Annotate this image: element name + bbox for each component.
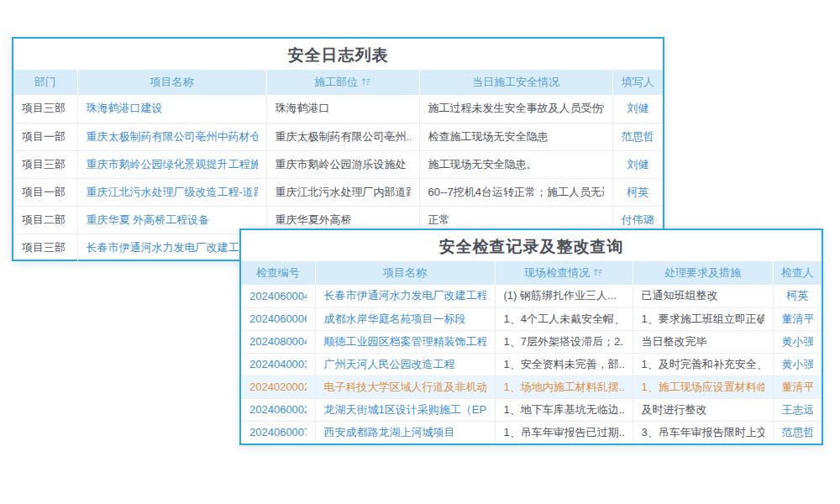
site-check-finding-cell: 1、7层外架搭设滞后；2... xyxy=(504,334,624,349)
table-cell: 1、安全资料未完善，部... xyxy=(495,353,633,375)
table-row[interactable]: 2024080004顺德工业园区档案管理精装饰工程（一标段1、7层外架搭设滞后；… xyxy=(241,330,822,353)
project-name-link[interactable]: 广州天河人民公园改造工程 xyxy=(324,357,486,372)
table-cell: 重庆华夏 外高桥工程设备 xyxy=(77,206,266,234)
table-cell: 1、吊车年审报告已过期... xyxy=(495,421,633,444)
safety-status-cell: 施工现场无安全隐患。 xyxy=(428,157,604,172)
required-action-cell: 3、吊车年审报告限时上交。 xyxy=(642,425,764,440)
table-cell: 已通知班组整改 xyxy=(633,285,773,307)
site-check-finding-cell: 1、地下车库基坑无临边... xyxy=(504,402,624,417)
table-cell: 1、及时完善和补充安全、质... xyxy=(633,353,773,375)
column-header-2: 项目名称 xyxy=(77,70,266,95)
site-check-finding-cell: 1、4个工人未戴安全帽、... xyxy=(504,312,624,327)
table-cell: 长春市伊通河水力发电厂改建工程 xyxy=(77,234,266,261)
column-header-label: 项目名称 xyxy=(383,266,427,279)
safety-log-title: 安全日志列表 xyxy=(13,39,663,70)
inspection-id-link[interactable]: 2024060006 xyxy=(249,312,307,325)
project-name-link[interactable]: 长春市伊通河水力发电厂改建工程 xyxy=(87,240,258,255)
table-cell: 1、4个工人未戴安全帽、... xyxy=(495,307,633,330)
table-row[interactable]: 项目一部重庆太极制药有限公司亳州中药材仓...重庆太极制药有限公司亳州...检查… xyxy=(13,123,663,150)
column-header-label: 当日施工安全情况 xyxy=(472,76,559,88)
inspection-records-table: 检查编号项目名称现场检查情况处理要求及措施检查人 2024060004长春市伊通… xyxy=(241,261,822,444)
project-name-link[interactable]: 电子科技大学区域人行道及非机动车道工程 xyxy=(324,380,486,395)
table-cell: 施工过程未发生安全事故及人员受伤情况 xyxy=(419,95,612,123)
inspector-link[interactable]: 黄小强 xyxy=(782,334,814,349)
table-cell: 项目二部 xyxy=(13,206,77,234)
table-row[interactable]: 2024040003广州天河人民公园改造工程1、安全资料未完善，部...1、及时… xyxy=(241,353,822,375)
table-row[interactable]: 项目三部珠海鹤港口建设珠海鹤港口施工过程未发生安全事故及人员受伤情况刘健 xyxy=(13,95,663,123)
inspection-id-link[interactable]: 2024020002 xyxy=(249,381,307,393)
project-name-link[interactable]: 顺德工业园区档案管理精装饰工程（一标段 xyxy=(324,334,486,349)
column-header-label: 检查编号 xyxy=(256,266,300,279)
inspector-link[interactable]: 黄小强 xyxy=(782,357,814,372)
table-cell: 珠海鹤港口 xyxy=(266,95,419,123)
author-link[interactable]: 刘健 xyxy=(622,101,655,116)
table-cell: 董清平 xyxy=(773,307,822,330)
inspection-id-link[interactable]: 2024040003 xyxy=(249,358,307,370)
inspection-records-title: 安全检查记录及整改查询 xyxy=(241,230,822,261)
table-row[interactable]: 2024060002龙湖天街城1区设计采购施工（EPC）总承1、地下车库基坑无临… xyxy=(241,398,822,421)
table-cell: (1) 钢筋绑扎作业三人... xyxy=(495,285,633,307)
column-header-label: 处理要求及措施 xyxy=(664,266,741,279)
department-cell: 项目一部 xyxy=(22,185,69,200)
project-name-link[interactable]: 龙湖天街城1区设计采购施工（EPC）总承 xyxy=(324,402,486,417)
project-name-link[interactable]: 重庆市鹅岭公园绿化景观提升工程施工 xyxy=(87,157,258,172)
sort-icon xyxy=(593,268,603,277)
author-link[interactable]: 付伟璐 xyxy=(622,213,655,228)
project-name-link[interactable]: 重庆江北污水处理厂级改造工程-道路... xyxy=(87,185,258,200)
table-cell: 成都水岸华庭名苑项目一标段 xyxy=(315,307,495,330)
site-check-finding-cell: 1、安全资料未完善，部... xyxy=(504,357,624,372)
table-cell: 2024060002 xyxy=(241,398,315,421)
table-cell: 1、地下车库基坑无临边... xyxy=(495,398,633,421)
column-header-label: 部门 xyxy=(34,76,56,88)
table-cell: 重庆太极制药有限公司亳州中药材仓... xyxy=(77,123,266,150)
project-name-link[interactable]: 珠海鹤港口建设 xyxy=(87,101,258,116)
safety-status-cell: 正常 xyxy=(428,213,604,228)
project-name-link[interactable]: 成都水岸华庭名苑项目一标段 xyxy=(324,312,486,327)
inspector-link[interactable]: 范思哲 xyxy=(782,425,814,440)
safety-status-cell: 检查施工现场无安全隐患 xyxy=(428,129,604,144)
table-row[interactable]: 2024060006成都水岸华庭名苑项目一标段1、4个工人未戴安全帽、...1、… xyxy=(241,307,822,330)
table-row[interactable]: 项目三部重庆市鹅岭公园绿化景观提升工程施工重庆市鹅岭公园游乐设施处施工现场无安全… xyxy=(13,150,663,178)
table-cell: 刘健 xyxy=(612,95,663,123)
inspector-link[interactable]: 董清平 xyxy=(782,312,814,327)
table-row[interactable]: 2024060007西安成都路龙湖上河城项目1、吊车年审报告已过期...3、吊车… xyxy=(241,421,822,444)
inspector-link[interactable]: 王志远 xyxy=(782,402,814,417)
table-row[interactable]: 项目一部重庆江北污水处理厂级改造工程-道路...重庆江北污水处理厂内部道路60-… xyxy=(13,178,663,206)
table-cell: 王志远 xyxy=(773,398,822,421)
column-header-4: 处理要求及措施 xyxy=(633,261,773,285)
author-link[interactable]: 柯英 xyxy=(622,185,655,200)
table-row[interactable]: 2024020002电子科技大学区域人行道及非机动车道工程1、场地内施工材料乱摆… xyxy=(241,375,822,398)
project-name-link[interactable]: 长春市伊通河水力发电厂改建工程 xyxy=(324,288,486,303)
table-cell: 2024020002 xyxy=(241,375,315,398)
project-name-link[interactable]: 西安成都路龙湖上河城项目 xyxy=(324,425,486,440)
table-cell: 项目一部 xyxy=(13,123,77,150)
table-row[interactable]: 2024060004长春市伊通河水力发电厂改建工程(1) 钢筋绑扎作业三人...… xyxy=(241,285,822,307)
table-cell: 2024040003 xyxy=(241,353,315,375)
table-cell: 柯英 xyxy=(612,178,663,206)
column-header-3[interactable]: 现场检查情况 xyxy=(495,261,633,285)
inspector-link[interactable]: 董清平 xyxy=(782,380,814,395)
table-cell: 重庆市鹅岭公园绿化景观提升工程施工 xyxy=(77,150,266,178)
inspection-id-link[interactable]: 2024060004 xyxy=(249,290,307,302)
author-link[interactable]: 刘健 xyxy=(622,157,655,172)
author-link[interactable]: 范思哲 xyxy=(622,129,655,144)
inspection-id-link[interactable]: 2024060007 xyxy=(249,426,307,438)
required-action-cell: 及时进行整改 xyxy=(642,402,764,417)
column-header-label: 施工部位 xyxy=(314,76,358,88)
inspection-id-link[interactable]: 2024060002 xyxy=(249,403,307,416)
table-cell: 2024060007 xyxy=(241,421,315,444)
inspector-link[interactable]: 柯英 xyxy=(782,288,814,303)
table-cell: 珠海鹤港口建设 xyxy=(77,95,266,123)
site-check-finding-cell: 1、吊车年审报告已过期... xyxy=(504,425,624,440)
table-cell: 重庆太极制药有限公司亳州... xyxy=(266,123,419,150)
column-header-3[interactable]: 施工部位 xyxy=(266,70,419,95)
table-cell: 黄小强 xyxy=(773,330,822,353)
project-name-link[interactable]: 重庆华夏 外高桥工程设备 xyxy=(87,213,258,228)
table-cell: 项目三部 xyxy=(13,95,77,123)
inspection-id-link[interactable]: 2024080004 xyxy=(249,335,307,348)
table-cell: 2024060004 xyxy=(241,285,315,307)
table-cell: 范思哲 xyxy=(773,421,822,444)
table-cell: 当日整改完毕 xyxy=(633,330,773,353)
project-name-link[interactable]: 重庆太极制药有限公司亳州中药材仓... xyxy=(87,129,258,144)
table-cell: 项目三部 xyxy=(13,234,77,261)
